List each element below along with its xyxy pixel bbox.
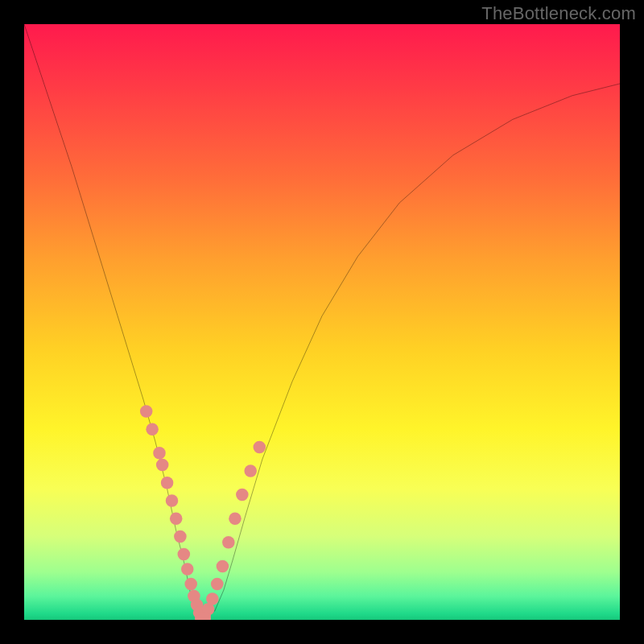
scatter-dot — [178, 548, 191, 561]
scatter-dot — [170, 512, 183, 525]
right-dots-group — [198, 441, 266, 620]
scatter-dot — [174, 530, 187, 543]
scatter-dot — [254, 441, 266, 454]
scatter-dot — [140, 405, 153, 418]
bottleneck-curve-path — [24, 24, 620, 618]
scatter-dot — [236, 489, 249, 502]
scatter-dot — [156, 459, 169, 472]
scatter-dot — [222, 536, 235, 549]
left-dots-group — [140, 405, 205, 619]
scatter-dot — [211, 578, 224, 591]
scatter-dot — [184, 578, 197, 591]
scatter-dot — [206, 592, 219, 605]
scatter-dot — [161, 477, 174, 489]
watermark-text: TheBottleneck.com — [481, 3, 636, 24]
chart-svg — [24, 24, 620, 620]
scatter-dot — [146, 423, 159, 436]
scatter-dot — [153, 447, 166, 460]
scatter-dot — [244, 464, 257, 477]
scatter-dot — [229, 512, 242, 525]
chart-frame: TheBottleneck.com — [0, 0, 644, 644]
scatter-dot — [181, 563, 194, 576]
scatter-dot — [166, 494, 179, 507]
plot-area — [24, 24, 620, 620]
scatter-dot — [217, 560, 229, 573]
